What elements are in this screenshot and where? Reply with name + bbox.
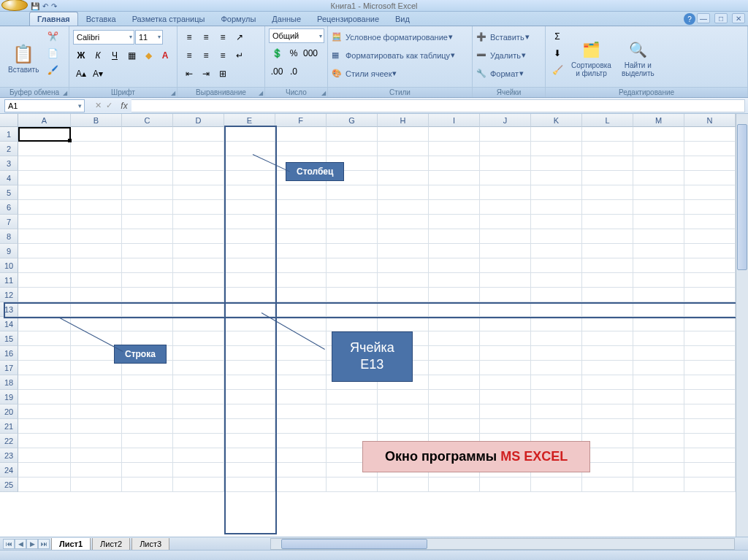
row-header[interactable]: 6: [0, 200, 18, 215]
cell[interactable]: [224, 215, 275, 229]
cell[interactable]: [275, 463, 327, 477]
cell[interactable]: [122, 244, 173, 258]
cell[interactable]: [224, 156, 275, 171]
cell[interactable]: [633, 361, 684, 375]
cell[interactable]: [122, 171, 173, 185]
cell[interactable]: [224, 288, 275, 302]
cell[interactable]: [173, 200, 224, 215]
save-icon[interactable]: 💾: [31, 2, 39, 10]
cell[interactable]: [633, 244, 684, 258]
tab-formulas[interactable]: Формулы: [213, 12, 264, 26]
format-painter-icon[interactable]: 🖌️: [45, 62, 61, 78]
sheet-tab-2[interactable]: Лист2: [92, 538, 130, 551]
cell[interactable]: [378, 419, 429, 434]
cell[interactable]: [531, 302, 582, 317]
cell[interactable]: [71, 142, 122, 156]
dialog-launcher-icon[interactable]: ◢: [321, 90, 326, 96]
tab-home[interactable]: Главная: [29, 12, 78, 26]
fill-icon[interactable]: ⬇: [549, 45, 565, 61]
cell[interactable]: [633, 229, 684, 244]
cell[interactable]: [122, 317, 173, 331]
help-icon[interactable]: ?: [684, 13, 695, 25]
cell[interactable]: [378, 288, 429, 302]
cell[interactable]: [122, 419, 173, 434]
cell[interactable]: [429, 317, 480, 331]
row-header[interactable]: 20: [0, 404, 18, 419]
cell[interactable]: [18, 258, 71, 273]
align-top-icon[interactable]: ≡: [181, 29, 197, 45]
cell[interactable]: [429, 346, 480, 361]
tab-nav-next-icon[interactable]: ▶: [26, 539, 38, 549]
cell[interactable]: [633, 346, 684, 361]
cell[interactable]: [18, 463, 71, 477]
cell[interactable]: [633, 127, 684, 142]
cell[interactable]: [122, 200, 173, 215]
cell[interactable]: [480, 375, 531, 390]
cell[interactable]: [429, 419, 480, 434]
cell[interactable]: [224, 375, 275, 390]
cell[interactable]: [582, 331, 633, 346]
cell[interactable]: [122, 404, 173, 419]
align-center-icon[interactable]: ≡: [198, 47, 214, 64]
cell[interactable]: [531, 331, 582, 346]
cell[interactable]: [480, 185, 531, 200]
cell[interactable]: [633, 302, 684, 317]
cell[interactable]: [275, 434, 327, 448]
cell[interactable]: [71, 288, 122, 302]
cell[interactable]: [531, 477, 582, 492]
vscroll-thumb[interactable]: [737, 124, 747, 270]
cell[interactable]: [480, 419, 531, 434]
cell[interactable]: [71, 375, 122, 390]
cell[interactable]: [429, 477, 480, 492]
cell[interactable]: [275, 419, 327, 434]
cell[interactable]: [480, 200, 531, 215]
cell[interactable]: [378, 273, 429, 288]
cell[interactable]: [122, 477, 173, 492]
cell[interactable]: [327, 404, 378, 419]
cell[interactable]: [122, 434, 173, 448]
cell[interactable]: [122, 127, 173, 142]
cell[interactable]: [378, 200, 429, 215]
cell[interactable]: [18, 419, 71, 434]
cell[interactable]: [582, 346, 633, 361]
cell[interactable]: [224, 244, 275, 258]
cell[interactable]: [684, 390, 736, 404]
cell[interactable]: [275, 244, 327, 258]
cell[interactable]: [71, 229, 122, 244]
cell[interactable]: [480, 229, 531, 244]
cell[interactable]: [327, 142, 378, 156]
cell[interactable]: [275, 185, 327, 200]
cell[interactable]: [327, 215, 378, 229]
cell[interactable]: [18, 215, 71, 229]
cut-icon[interactable]: ✂️: [45, 28, 61, 45]
comma-icon[interactable]: 000: [302, 45, 318, 61]
cell[interactable]: [173, 156, 224, 171]
close-button[interactable]: ✕: [732, 13, 745, 23]
column-header[interactable]: C: [122, 114, 173, 127]
select-all-corner[interactable]: [0, 114, 18, 127]
cell[interactable]: [327, 127, 378, 142]
cell[interactable]: [71, 448, 122, 463]
cell[interactable]: [122, 185, 173, 200]
insert-cells-button[interactable]: ➕Вставить ▾: [476, 28, 541, 45]
cell[interactable]: [684, 142, 736, 156]
cell[interactable]: [327, 390, 378, 404]
row-header[interactable]: 11: [0, 273, 18, 288]
decrease-decimal-icon[interactable]: .0: [286, 64, 302, 80]
column-header[interactable]: D: [173, 114, 224, 127]
clear-icon[interactable]: 🧹: [549, 62, 565, 78]
cell[interactable]: [173, 331, 224, 346]
cell[interactable]: [18, 229, 71, 244]
cell[interactable]: [275, 215, 327, 229]
cell[interactable]: [582, 288, 633, 302]
cell[interactable]: [173, 419, 224, 434]
cell[interactable]: [173, 185, 224, 200]
cell[interactable]: [684, 463, 736, 477]
cell[interactable]: [224, 477, 275, 492]
paste-button[interactable]: 📋 Вставить: [4, 28, 43, 87]
cell[interactable]: [633, 185, 684, 200]
cell[interactable]: [480, 288, 531, 302]
cell[interactable]: [582, 185, 633, 200]
cell[interactable]: [480, 142, 531, 156]
cell[interactable]: [378, 142, 429, 156]
